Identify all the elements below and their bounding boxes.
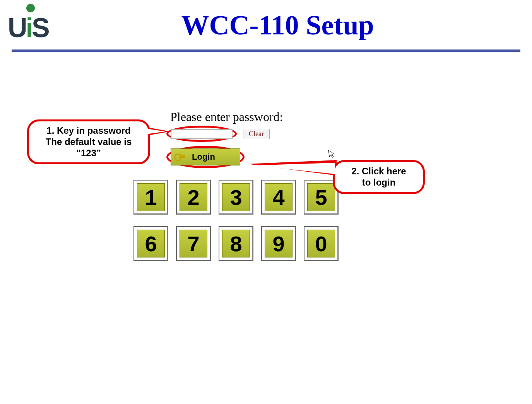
numeric-keypad: 1 2 3 4 5 6 7 8 9 0 [112,180,360,261]
footer-confidential: Confidential [238,402,295,404]
logo-dot-icon [26,4,35,12]
page-title: WCC-110 Setup [31,9,524,41]
callout-password-hint: 1. Key in password The default value is … [27,119,150,164]
page-number: 50 [508,402,520,404]
callout-1-line-3: “123” [34,148,143,159]
slide-header: UiS WCC-110 Setup [0,0,532,46]
clear-button[interactable]: Clear [243,129,270,139]
keypad-key-7[interactable]: 7 [176,226,211,261]
keypad-row-2: 6 7 8 9 0 [112,226,360,261]
keypad-key-6[interactable]: 6 [133,226,168,261]
keypad-key-8[interactable]: 8 [219,226,253,261]
callout-2-pointer-fill [253,163,335,174]
password-prompt: Please enter password: [170,110,360,124]
callout-1-pointer-fill [135,127,166,136]
login-highlight-oval: Login [166,146,245,168]
keypad-key-2[interactable]: 2 [176,180,211,215]
callout-2-line-1: 2. Click here [340,166,417,177]
keypad-key-4[interactable]: 4 [261,180,296,215]
keypad-key-1[interactable]: 1 [133,180,168,215]
keypad-key-0[interactable]: 0 [304,226,339,261]
key-icon [174,153,186,161]
callout-2-line-2: to login [340,177,417,188]
password-input[interactable] [171,129,233,139]
logo-letter-u: U [8,13,26,43]
keypad-key-9[interactable]: 9 [261,226,296,261]
login-button[interactable]: Login [171,148,240,165]
keypad-row-1: 1 2 3 4 5 [112,180,360,215]
logo-text: UiS [8,12,48,43]
content-area: 1. Key in password The default value is … [0,52,532,346]
logo-letter-i: i [26,13,32,43]
keypad-key-3[interactable]: 3 [219,180,253,215]
login-screenshot: Please enter password: Clear Login 1 2 3… [166,110,360,273]
logo: UiS [8,4,54,46]
callout-1-line-1: 1. Key in password [34,125,143,136]
callout-1-line-2: The default value is [34,136,143,148]
logo-letter-s: S [32,13,48,43]
password-highlight-oval [166,126,237,142]
callout-login-hint: 2. Click here to login [333,160,425,194]
login-button-label: Login [192,152,215,162]
